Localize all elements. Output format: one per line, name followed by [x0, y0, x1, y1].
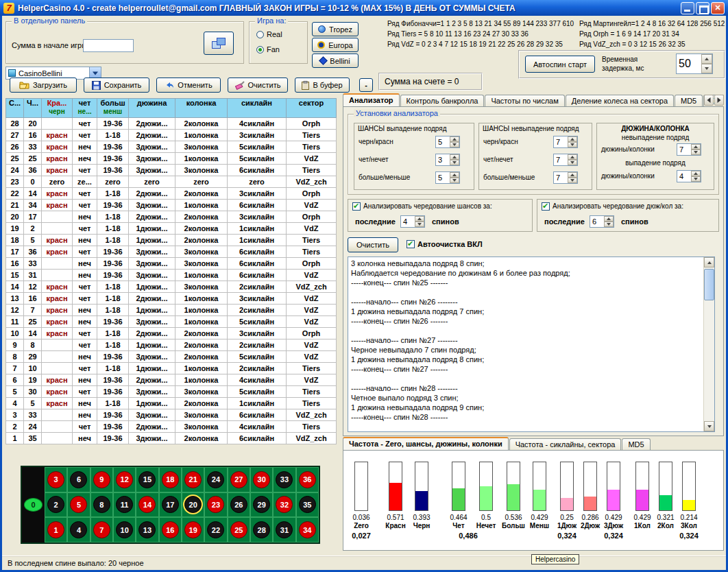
board-number-23[interactable]: 23 [207, 496, 224, 513]
board-number-26[interactable]: 26 [230, 496, 247, 513]
board-number-19[interactable]: 19 [184, 521, 202, 538]
chances-last-spinner[interactable]: 4 [400, 215, 425, 228]
board-number-17[interactable]: 17 [162, 496, 179, 513]
board-zero-cell[interactable]: 0 [22, 467, 45, 543]
bellini-button[interactable]: Bellini [312, 53, 359, 68]
maximize-button[interactable] [696, 2, 709, 14]
board-number-33[interactable]: 33 [276, 471, 293, 488]
board-number-9[interactable]: 9 [93, 471, 110, 488]
frequency-tab-1[interactable]: Частота - Zero, шансы, дюжины, колонки [343, 437, 509, 451]
absent-blackred-spinner[interactable]: 7 [553, 136, 578, 148]
appear-highlow-spinner[interactable]: 5 [435, 171, 460, 184]
collapse-button[interactable]: - [359, 78, 373, 92]
autoclear-checkbox[interactable]: Автоочистка ВКЛ [407, 240, 483, 248]
scroll-down-button[interactable] [704, 421, 714, 431]
board-number-27[interactable]: 27 [230, 471, 247, 488]
spin-down-button[interactable] [568, 178, 577, 183]
board-number-15[interactable]: 15 [138, 471, 156, 488]
board-zero-chip[interactable]: 0 [24, 498, 43, 512]
board-number-13[interactable]: 13 [138, 521, 156, 538]
board-number-29[interactable]: 29 [253, 496, 270, 513]
board-number-30[interactable]: 30 [253, 471, 270, 488]
analyze-chances-checkbox[interactable]: Анализировать чередование шансов за: [352, 202, 528, 211]
minimize-button[interactable] [681, 2, 694, 14]
appear-blackred-spinner[interactable]: 5 [435, 136, 460, 148]
dozen-absent-spinner[interactable]: 7 [677, 143, 701, 156]
close-button[interactable] [711, 2, 725, 14]
board-number-31[interactable]: 31 [276, 521, 293, 538]
frequency-tab-3[interactable]: MD5 [622, 438, 650, 451]
spin-up-button[interactable] [604, 216, 614, 222]
spin-down-button[interactable] [701, 64, 712, 73]
log-scrollbar[interactable] [703, 257, 714, 431]
europa-button[interactable]: Europa [312, 38, 359, 52]
main-tab-2[interactable]: Контроль банкролла [400, 95, 485, 107]
radio-fan[interactable]: Fan [256, 45, 280, 53]
board-number-6[interactable]: 6 [70, 471, 87, 488]
spin-down-button[interactable] [691, 176, 701, 182]
tropez-button[interactable]: Tropez [312, 22, 359, 36]
main-tab-1[interactable]: Анализатор [343, 93, 400, 107]
save-button[interactable]: Сохранить [84, 78, 149, 93]
spin-up-button[interactable] [450, 154, 459, 160]
spin-up-button[interactable] [568, 172, 577, 178]
board-number-11[interactable]: 11 [116, 496, 133, 513]
main-tab-4[interactable]: Деление колеса на сектора [566, 95, 674, 107]
board-number-32[interactable]: 32 [276, 496, 293, 513]
spin-up-button[interactable] [568, 154, 577, 160]
main-tab-5[interactable]: MD5 [675, 95, 703, 107]
clear-table-button[interactable]: Очистить [228, 78, 288, 93]
board-number-22[interactable]: 22 [207, 521, 224, 538]
board-number-24[interactable]: 24 [207, 471, 224, 488]
board-number-8[interactable]: 8 [93, 496, 110, 513]
board-number-16[interactable]: 16 [162, 521, 179, 538]
spin-down-button[interactable] [691, 150, 701, 155]
board-number-28[interactable]: 28 [253, 521, 270, 538]
spin-up-button[interactable] [691, 144, 701, 150]
spin-up-button[interactable] [415, 216, 424, 222]
board-number-1[interactable]: 1 [47, 521, 64, 538]
appear-evenodd-spinner[interactable]: 3 [435, 154, 460, 166]
board-number-3[interactable]: 3 [47, 471, 64, 488]
spin-up-button[interactable] [568, 136, 577, 142]
undo-button[interactable]: Отменить [156, 78, 221, 93]
tab-scroll-right-button[interactable] [714, 95, 724, 106]
board-number-18[interactable]: 18 [162, 471, 179, 488]
board-number-25[interactable]: 25 [230, 521, 247, 538]
board-number-4[interactable]: 4 [70, 521, 87, 538]
board-number-20[interactable]: 20 [184, 496, 202, 513]
board-number-35[interactable]: 35 [299, 496, 316, 513]
spin-down-button[interactable] [450, 178, 459, 183]
spin-down-button[interactable] [450, 142, 459, 147]
spin-down-button[interactable] [450, 160, 459, 165]
board-number-7[interactable]: 7 [93, 521, 110, 538]
spin-down-button[interactable] [568, 142, 577, 147]
spin-down-button[interactable] [604, 222, 614, 227]
spin-down-button[interactable] [415, 222, 424, 227]
analyze-dozens-checkbox[interactable]: Анализировать чередование дюж/кол за: [542, 202, 714, 211]
detach-panel-button[interactable] [204, 32, 234, 55]
absent-highlow-spinner[interactable]: 7 [553, 171, 578, 184]
spin-up-button[interactable] [450, 172, 459, 178]
clear-log-button[interactable]: Очистить [348, 237, 398, 252]
to-buffer-button[interactable]: В буфер [295, 78, 350, 93]
board-number-12[interactable]: 12 [116, 471, 133, 488]
spin-down-button[interactable] [568, 160, 577, 165]
board-number-21[interactable]: 21 [184, 471, 202, 488]
board-number-34[interactable]: 34 [299, 521, 316, 538]
dozen-appear-spinner[interactable]: 4 [677, 170, 701, 182]
scroll-thumb[interactable] [704, 269, 714, 300]
radio-real[interactable]: Real [256, 30, 282, 38]
board-number-2[interactable]: 2 [47, 496, 64, 513]
dozens-last-spinner[interactable]: 6 [590, 215, 614, 228]
board-number-14[interactable]: 14 [138, 496, 156, 513]
delay-spinner[interactable]: 50 [676, 53, 713, 74]
spin-up-button[interactable] [691, 171, 701, 176]
absent-evenodd-spinner[interactable]: 7 [553, 154, 578, 166]
autospin-start-button[interactable]: Автоспин старт [525, 56, 595, 73]
main-tab-3[interactable]: Частоты по числам [485, 95, 564, 107]
spin-up-button[interactable] [701, 54, 712, 64]
board-number-5[interactable]: 5 [70, 496, 87, 513]
frequency-tab-2[interactable]: Частота - сиклайны, сектора [509, 438, 622, 451]
board-number-36[interactable]: 36 [299, 471, 316, 488]
